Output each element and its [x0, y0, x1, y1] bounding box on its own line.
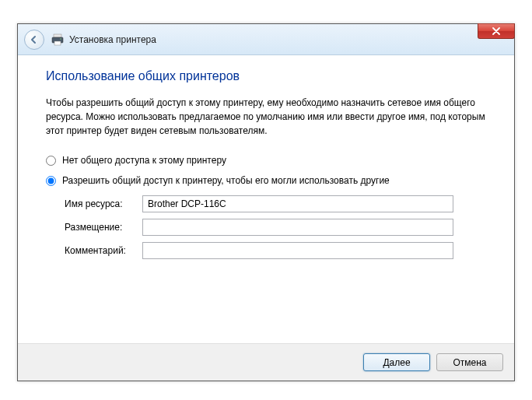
close-icon: [492, 27, 501, 35]
svg-rect-2: [54, 41, 61, 45]
cancel-button[interactable]: Отмена: [436, 353, 503, 371]
radio-no-share-label[interactable]: Нет общего доступа к этому принтеру: [62, 155, 226, 166]
radio-no-share[interactable]: [46, 156, 56, 166]
comment-label: Комментарий:: [65, 245, 142, 256]
location-row: Размещение:: [65, 219, 486, 236]
back-arrow-icon: [30, 35, 39, 44]
radio-share-label[interactable]: Разрешить общий доступ к принтеру, чтобы…: [62, 175, 390, 186]
page-description: Чтобы разрешить общий доступ к этому при…: [46, 96, 486, 138]
location-label: Размещение:: [65, 222, 142, 233]
wizard-window: Установка принтера Использование общих п…: [17, 23, 515, 381]
comment-row: Комментарий:: [65, 242, 486, 259]
share-name-row: Имя ресурса:: [65, 195, 486, 212]
radio-no-share-row[interactable]: Нет общего доступа к этому принтеру: [46, 155, 486, 166]
next-button[interactable]: Далее: [363, 353, 430, 371]
content-area: Использование общих принтеров Чтобы разр…: [18, 55, 514, 343]
printer-icon: [51, 33, 65, 46]
svg-rect-0: [54, 34, 61, 37]
page-heading: Использование общих принтеров: [46, 69, 486, 83]
share-form: Имя ресурса: Размещение: Комментарий:: [65, 195, 486, 259]
back-button[interactable]: [24, 30, 44, 50]
radio-share[interactable]: [46, 176, 56, 186]
close-button[interactable]: [478, 23, 515, 39]
titlebar: Установка принтера: [18, 24, 514, 55]
footer: Далее Отмена: [18, 343, 514, 381]
comment-input[interactable]: [142, 242, 453, 259]
svg-point-3: [60, 38, 61, 40]
location-input[interactable]: [142, 219, 453, 236]
share-name-input[interactable]: [142, 195, 453, 212]
radio-share-row[interactable]: Разрешить общий доступ к принтеру, чтобы…: [46, 175, 486, 186]
share-name-label: Имя ресурса:: [65, 198, 142, 209]
window-title: Установка принтера: [69, 34, 156, 45]
